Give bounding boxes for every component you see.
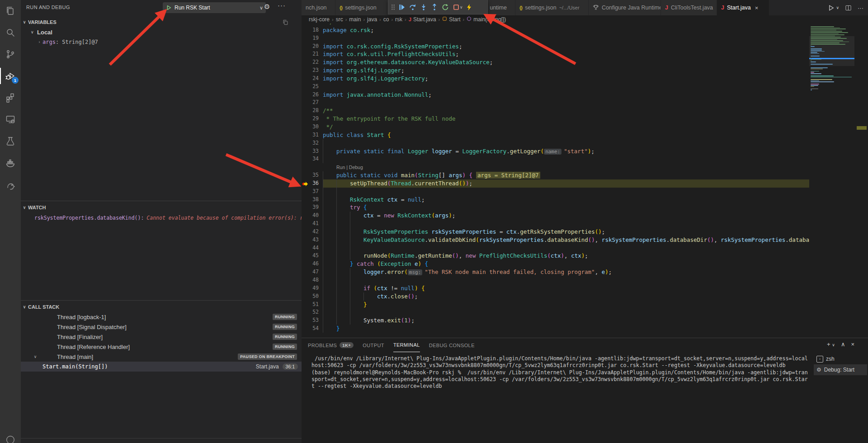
- panel-tab-output[interactable]: OUTPUT: [363, 338, 384, 352]
- code-line-30[interactable]: 30 */: [302, 123, 809, 131]
- code-line-18[interactable]: 18package co.rsk;: [302, 26, 809, 34]
- code-line-52[interactable]: 52: [302, 308, 809, 316]
- line-number[interactable]: 18: [309, 26, 319, 34]
- breakpoint-margin[interactable]: [302, 316, 309, 325]
- code-line-43[interactable]: 43KeyValueDataSource.validateDbKind(rskS…: [302, 236, 809, 244]
- breakpoint-margin[interactable]: [302, 115, 309, 123]
- code-line-28[interactable]: 28/**: [302, 107, 809, 115]
- code-line-41[interactable]: 41: [302, 220, 809, 228]
- codelens-row[interactable]: Run | Debug: [302, 163, 809, 171]
- code-line-50[interactable]: 50ctx.close();: [302, 292, 809, 301]
- line-number[interactable]: 39: [309, 203, 319, 212]
- breakpoint-margin[interactable]: [302, 308, 309, 316]
- breakpoint-margin[interactable]: [302, 163, 309, 171]
- breakpoint-margin[interactable]: [302, 66, 309, 75]
- line-number[interactable]: 28: [309, 107, 319, 115]
- panel-tab-problems[interactable]: PROBLEMS1K+: [308, 338, 354, 352]
- minimap[interactable]: [809, 24, 854, 338]
- continue-button[interactable]: [396, 1, 407, 13]
- breakpoint-margin[interactable]: [302, 75, 309, 83]
- breakpoint-margin[interactable]: [302, 171, 309, 179]
- line-number[interactable]: 27: [309, 99, 319, 107]
- callstack-thread-thread-finalizer[interactable]: Thread [Finalizer]RUNNING: [21, 332, 302, 342]
- breakpoint-margin[interactable]: [302, 123, 309, 131]
- step-over-button[interactable]: [407, 1, 418, 13]
- split-editor-icon[interactable]: [845, 5, 852, 11]
- breakpoint-margin[interactable]: [302, 107, 309, 115]
- line-number[interactable]: 54: [309, 325, 319, 333]
- code-line-24[interactable]: 24import org.slf4j.LoggerFactory;: [302, 75, 809, 83]
- breakpoint-margin[interactable]: [302, 42, 309, 51]
- breadcrumb-item-start[interactable]: Start: [442, 16, 460, 23]
- line-number[interactable]: 31: [309, 131, 319, 139]
- breadcrumb-item-main[interactable]: main: [349, 16, 361, 23]
- line-number[interactable]: 22: [309, 58, 319, 66]
- line-number[interactable]: 48: [309, 276, 319, 284]
- breakpoint-margin[interactable]: [302, 139, 309, 147]
- line-number[interactable]: 32: [309, 139, 319, 147]
- code-line-19[interactable]: 19: [302, 34, 809, 42]
- code-line-39[interactable]: 39try {: [302, 203, 809, 212]
- breakpoint-margin[interactable]: [302, 99, 309, 107]
- step-into-button[interactable]: [418, 1, 429, 13]
- line-number[interactable]: 44: [309, 244, 319, 252]
- code-line-21[interactable]: 21import co.rsk.util.PreflightChecksUtil…: [302, 50, 809, 58]
- drag-handle[interactable]: [391, 4, 395, 10]
- breadcrumb-item-start-java[interactable]: JStart.java: [409, 16, 436, 23]
- breakpoint-margin[interactable]: [302, 228, 309, 236]
- callstack-thread-thread-signal-dispatcher[interactable]: Thread [Signal Dispatcher]RUNNING: [21, 322, 302, 332]
- tab-start-java[interactable]: JStart.java×: [717, 0, 769, 15]
- tab-clitoolstest-java[interactable]: JCliToolsTest.java: [661, 0, 717, 15]
- callstack-thread-thread-logback-1[interactable]: Thread [logback-1]RUNNING: [21, 312, 302, 322]
- code-line-31[interactable]: 31public class Start {: [302, 131, 809, 139]
- line-number[interactable]: 25: [309, 83, 319, 91]
- code-line-42[interactable]: 42RskSystemProperties rskSystemPropertie…: [302, 228, 809, 236]
- code-line-33[interactable]: 33private static final Logger logger = L…: [302, 147, 809, 156]
- line-number[interactable]: 41: [309, 220, 319, 228]
- tab-configure-java-runtime[interactable]: Configure Java Runtime: [589, 0, 661, 15]
- panel-tab-debug-console[interactable]: DEBUG CONSOLE: [429, 338, 475, 352]
- step-out-button[interactable]: [429, 1, 440, 13]
- line-number[interactable]: 21: [309, 50, 319, 58]
- breakpoint-margin[interactable]: [302, 252, 309, 260]
- line-number[interactable]: 26: [309, 91, 319, 99]
- breakpoint-margin[interactable]: [302, 301, 309, 309]
- breakpoint-margin[interactable]: [302, 220, 309, 228]
- breakpoint-margin[interactable]: [302, 34, 309, 42]
- code-line-38[interactable]: 38RskContext ctx = null;: [302, 196, 809, 204]
- breakpoint-margin[interactable]: [302, 147, 309, 156]
- line-number[interactable]: 24: [309, 75, 319, 83]
- breakpoint-margin[interactable]: [302, 131, 309, 139]
- line-number[interactable]: 30: [309, 123, 319, 131]
- line-number[interactable]: 29: [309, 115, 319, 123]
- code-line-25[interactable]: 25: [302, 83, 809, 91]
- line-number[interactable]: 43: [309, 236, 319, 244]
- activity-bar-item-gradle[interactable]: [0, 174, 21, 195]
- more-actions-icon[interactable]: ···: [278, 1, 286, 9]
- terminal-tab-zsh[interactable]: ›zsh: [814, 353, 867, 364]
- code-line-44[interactable]: 44: [302, 244, 809, 252]
- variable-args[interactable]: › args: String[2]@7: [21, 37, 302, 47]
- watch-section-header[interactable]: ∨ WATCH: [21, 203, 302, 212]
- breadcrumb-item-rsk[interactable]: rsk: [395, 16, 402, 23]
- line-number[interactable]: 51: [309, 301, 319, 309]
- line-number[interactable]: [309, 163, 319, 171]
- breakpoint-margin[interactable]: [302, 325, 309, 333]
- maximize-panel-icon[interactable]: ∧: [841, 341, 845, 348]
- line-number[interactable]: 46: [309, 260, 319, 268]
- line-number[interactable]: 45: [309, 252, 319, 260]
- code-line-34[interactable]: 34: [302, 155, 809, 163]
- run-file-button[interactable]: ∨: [828, 5, 839, 11]
- line-number[interactable]: 42: [309, 228, 319, 236]
- code-line-22[interactable]: 22import org.ethereum.datasource.KeyValu…: [302, 58, 809, 66]
- callstack-thread-thread-reference-handler[interactable]: Thread [Reference Handler]RUNNING: [21, 342, 302, 352]
- terminal-tab-debug-start[interactable]: ⚙Debug: Start: [814, 364, 867, 375]
- variables-scope-local[interactable]: ∨ Local: [21, 27, 302, 37]
- code-line-36[interactable]: 36setUpThread(Thread.currentThread());: [302, 179, 809, 188]
- call-stack-frame[interactable]: Start.main(String[]) Start.java 36:1: [21, 362, 302, 372]
- activity-bar-item-remote-explorer[interactable]: [0, 108, 21, 130]
- code-line-48[interactable]: 48: [302, 276, 809, 284]
- account-icon[interactable]: [0, 435, 21, 443]
- breakpoint-margin[interactable]: [302, 26, 309, 34]
- breadcrumb-item-main-string[interactable]: main(String[]): [467, 16, 506, 23]
